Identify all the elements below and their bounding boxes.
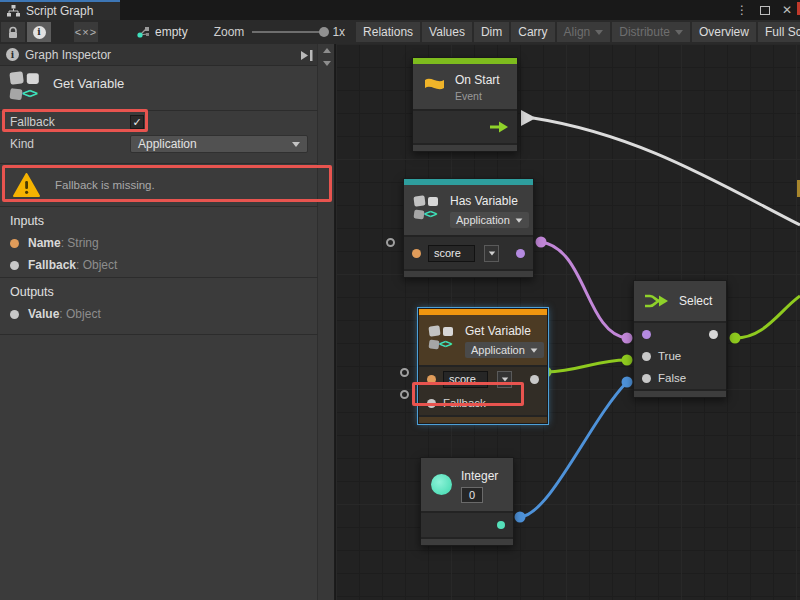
zoom-slider-handle[interactable] — [319, 27, 329, 37]
info-icon: i — [6, 48, 19, 61]
distribute-label: Distribute — [619, 25, 670, 39]
dim-label: Dim — [481, 25, 502, 39]
node-footer — [404, 269, 533, 277]
node-footer — [421, 537, 513, 545]
node-body: True False — [634, 321, 726, 389]
dock-panel-icon — [299, 49, 314, 62]
divider — [0, 277, 318, 278]
graph-breadcrumb-button[interactable]: empty — [129, 22, 195, 42]
overview-button[interactable]: Overview — [692, 22, 756, 42]
node-integer[interactable]: Integer 0 — [420, 457, 514, 546]
info-icon: i — [33, 26, 46, 39]
port-ring-has-variable-name[interactable] — [386, 238, 395, 247]
node-footer — [634, 389, 726, 397]
graph-canvas[interactable]: On Start Event <> Has Variable — [336, 44, 800, 600]
graph-hierarchy-icon — [7, 5, 20, 17]
scroll-down-button[interactable] — [318, 57, 335, 70]
node-select[interactable]: Select True False — [633, 280, 727, 398]
node-title: On Start — [455, 73, 500, 87]
node-get-variable[interactable]: <> Get Variable Application score — [418, 308, 548, 424]
graph-network-icon — [136, 25, 150, 39]
port-dot-orange — [10, 239, 19, 248]
port-name: Fallback — [28, 258, 76, 272]
port-dot-condition[interactable] — [642, 330, 651, 339]
maximize-icon[interactable] — [760, 6, 770, 15]
flag-icon — [423, 76, 446, 96]
wire-green-output — [735, 296, 800, 338]
inspector-toggle-button[interactable]: i — [27, 22, 51, 42]
values-button[interactable]: Values — [422, 22, 472, 42]
kind-dropdown[interactable]: Application — [130, 135, 308, 153]
code-preview-button[interactable]: <×> — [74, 22, 98, 42]
dim-button[interactable]: Dim — [474, 22, 509, 42]
port-dot-name[interactable] — [412, 249, 421, 258]
variable-unit-icon: <> — [414, 196, 441, 223]
relations-button[interactable]: Relations — [356, 22, 420, 42]
port-ring-get-variable-fallback[interactable] — [400, 390, 409, 399]
tab-script-graph[interactable]: Script Graph — [0, 0, 120, 20]
node-has-variable[interactable]: <> Has Variable Application score — [403, 178, 534, 278]
flow-arrow-icon[interactable] — [489, 121, 509, 133]
node-footer — [413, 143, 517, 151]
port-dot-true[interactable] — [642, 352, 651, 361]
node-header: <> Get Variable Application — [419, 315, 547, 365]
chevron-down-icon — [595, 30, 603, 35]
select-merge-icon — [644, 292, 670, 310]
variable-kind-dropdown[interactable]: Application — [450, 212, 529, 228]
zoom-value: 1x — [332, 25, 345, 39]
inspector-scrollbar[interactable] — [317, 44, 334, 600]
node-body: score — [404, 235, 533, 269]
chevron-down-icon — [530, 348, 537, 352]
divider — [0, 334, 318, 335]
false-port-label: False — [658, 372, 686, 384]
full-screen-button[interactable]: Full Screen — [758, 22, 800, 42]
code-icon: <×> — [75, 26, 97, 38]
annotation-warning — [2, 165, 332, 202]
port-dot-value[interactable] — [530, 375, 539, 384]
window-menu-icon[interactable]: ⋮ — [736, 3, 748, 17]
overview-label: Overview — [699, 25, 749, 39]
inputs-header: Inputs — [10, 214, 44, 228]
port-dot-false[interactable] — [642, 374, 651, 383]
port-dot-result[interactable] — [516, 249, 525, 258]
port-dot-gray — [10, 261, 19, 270]
node-title: Integer — [461, 469, 498, 483]
port-dot-gray — [10, 310, 19, 319]
node-title: Select — [679, 294, 712, 308]
graph-breadcrumb-label: empty — [155, 25, 188, 39]
input-port-row: Name: String — [10, 236, 99, 250]
integer-value-field[interactable]: 0 — [461, 487, 483, 503]
port-dot-selection[interactable] — [709, 330, 718, 339]
variable-kind-dropdown[interactable]: Application — [465, 342, 544, 358]
node-on-start[interactable]: On Start Event — [412, 57, 518, 152]
integer-circle-icon — [431, 474, 452, 495]
lock-button[interactable] — [1, 22, 25, 42]
align-dropdown-button[interactable]: Align — [557, 22, 611, 42]
outputs-header: Outputs — [10, 285, 54, 299]
chevron-down-icon — [515, 218, 522, 222]
kind-dropdown-value: Application — [138, 137, 197, 151]
variable-name-field[interactable]: score — [428, 245, 475, 262]
distribute-dropdown-button[interactable]: Distribute — [612, 22, 690, 42]
script-graph-window: Script Graph ⋮ ✕ i <×> empty Zoom 1x Re — [0, 0, 800, 600]
graph-inspector-title: Graph Inspector — [25, 48, 111, 62]
align-label: Align — [564, 25, 591, 39]
port-ring-get-variable-name[interactable] — [400, 368, 409, 377]
port-type: : String — [61, 236, 99, 250]
node-subtitle: Event — [455, 90, 500, 102]
lock-icon — [7, 26, 19, 39]
carry-button[interactable]: Carry — [511, 22, 554, 42]
relations-label: Relations — [363, 25, 413, 39]
zoom-slider[interactable] — [252, 31, 324, 33]
annotation-fallback-checkbox — [2, 109, 148, 132]
close-icon[interactable]: ✕ — [782, 3, 792, 17]
wire-purple — [541, 242, 627, 338]
divider — [0, 206, 318, 207]
variable-name-picker-button[interactable] — [484, 245, 499, 262]
full-screen-label: Full Screen — [765, 25, 800, 39]
triangle-down-icon — [323, 61, 331, 66]
dock-panel-button[interactable] — [299, 48, 314, 66]
scroll-up-button[interactable] — [318, 44, 335, 57]
port-dot-output[interactable] — [497, 521, 505, 529]
divider — [0, 163, 318, 164]
